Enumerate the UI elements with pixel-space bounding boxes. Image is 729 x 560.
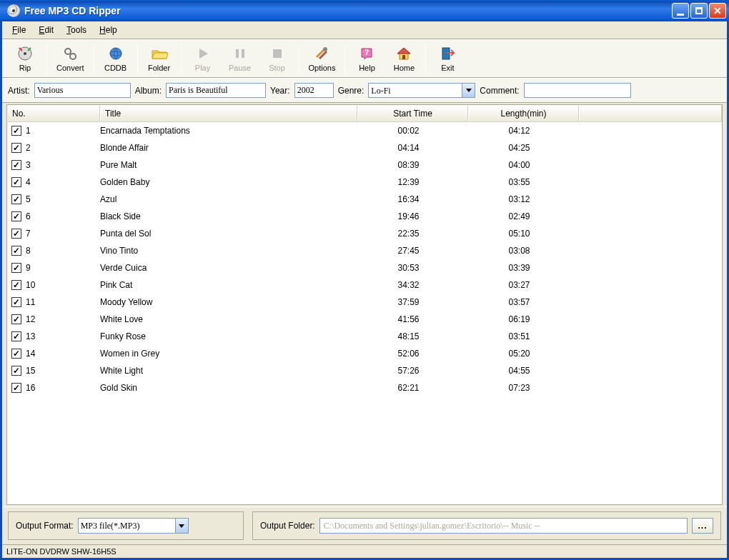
comment-input[interactable] xyxy=(524,83,631,98)
menu-help[interactable]: Help xyxy=(94,24,123,36)
track-start: 04:14 xyxy=(353,143,464,153)
maximize-button[interactable] xyxy=(690,3,708,19)
rip-button[interactable]: Rip xyxy=(6,43,44,74)
track-checkbox[interactable] xyxy=(11,177,21,187)
menu-tools[interactable]: Tools xyxy=(61,24,92,36)
track-checkbox[interactable] xyxy=(11,160,21,170)
rip-label: Rip xyxy=(19,64,31,72)
track-checkbox[interactable] xyxy=(11,349,21,359)
track-title: Pure Malt xyxy=(100,160,353,170)
table-row[interactable]: 15White Light57:2604:55 xyxy=(7,362,722,379)
track-start: 57:26 xyxy=(353,366,464,376)
play-icon xyxy=(194,45,212,62)
help-button[interactable]: ? Help xyxy=(348,43,385,74)
track-checkbox[interactable] xyxy=(11,366,21,376)
track-length: 06:19 xyxy=(464,314,575,324)
table-row[interactable]: 14Women in Grey52:0605:20 xyxy=(7,345,722,362)
output-folder-input[interactable] xyxy=(319,518,688,534)
year-input[interactable] xyxy=(294,83,334,98)
track-start: 30:53 xyxy=(353,263,464,273)
table-row[interactable]: 1Encarnada Temptations00:0204:12 xyxy=(7,122,722,139)
play-button[interactable]: Play xyxy=(184,43,222,74)
track-length: 03:57 xyxy=(464,297,575,307)
exit-button[interactable]: Exit xyxy=(429,43,466,74)
track-checkbox[interactable] xyxy=(11,263,21,273)
output-bar: Output Format: MP3 file(*.MP3) Output Fo… xyxy=(2,506,727,544)
output-format-label: Output Format: xyxy=(16,521,74,531)
table-row[interactable]: 9Verde Cuica30:5303:39 xyxy=(7,259,722,276)
track-checkbox[interactable] xyxy=(11,194,21,204)
track-no: 8 xyxy=(26,246,100,256)
convert-button[interactable]: Convert xyxy=(50,43,91,74)
track-title: Pink Cat xyxy=(100,280,353,290)
home-button[interactable]: Home xyxy=(385,43,422,74)
track-checkbox[interactable] xyxy=(11,229,21,239)
convert-label: Convert xyxy=(56,64,84,72)
col-len[interactable]: Length(min) xyxy=(468,105,579,121)
genre-select[interactable]: Lo-Fi xyxy=(368,83,475,98)
track-checkbox[interactable] xyxy=(11,280,21,290)
table-row[interactable]: 4Golden Baby12:3903:55 xyxy=(7,174,722,191)
svg-rect-8 xyxy=(273,49,282,58)
cddb-button[interactable]: CDDB xyxy=(97,43,134,74)
album-label: Album: xyxy=(135,86,162,96)
track-checkbox[interactable] xyxy=(11,331,21,341)
col-title[interactable]: Title xyxy=(100,105,357,121)
track-checkbox[interactable] xyxy=(11,314,21,324)
stop-label: Stop xyxy=(269,64,285,72)
track-title: Gold Skin xyxy=(100,383,353,393)
col-start[interactable]: Start Time xyxy=(357,105,468,121)
table-row[interactable]: 16Gold Skin62:2107:23 xyxy=(7,379,722,396)
titlebar[interactable]: Free MP3 CD Ripper ✕ xyxy=(0,0,729,21)
table-row[interactable]: 6Black Side19:4602:49 xyxy=(7,208,722,225)
track-checkbox[interactable] xyxy=(11,143,21,153)
track-no: 4 xyxy=(26,177,100,187)
table-row[interactable]: 3Pure Malt08:3904:00 xyxy=(7,156,722,174)
output-format-select[interactable]: MP3 file(*.MP3) xyxy=(78,518,189,534)
svg-point-2 xyxy=(65,49,71,54)
svg-point-9 xyxy=(323,47,327,51)
menu-file[interactable]: File xyxy=(6,24,31,36)
track-title: Black Side xyxy=(100,211,353,221)
stop-button[interactable]: Stop xyxy=(259,43,296,74)
table-row[interactable]: 13Funky Rose48:1503:51 xyxy=(7,328,722,345)
track-title: Punta del Sol xyxy=(100,229,353,239)
table-row[interactable]: 5Azul16:3403:12 xyxy=(7,191,722,208)
rip-icon xyxy=(16,45,34,62)
track-title: White Love xyxy=(100,314,353,324)
window-title: Free MP3 CD Ripper xyxy=(24,5,672,16)
options-button[interactable]: Options xyxy=(302,43,342,74)
table-row[interactable]: 11Moody Yellow37:5903:57 xyxy=(7,294,722,311)
track-checkbox[interactable] xyxy=(11,211,21,221)
track-tbody[interactable]: 1Encarnada Temptations00:0204:122Blonde … xyxy=(7,122,722,504)
track-length: 03:51 xyxy=(464,331,575,341)
table-row[interactable]: 7Punta del Sol22:3505:10 xyxy=(7,225,722,242)
close-button[interactable]: ✕ xyxy=(709,3,726,19)
track-length: 03:39 xyxy=(464,263,575,273)
track-length: 04:55 xyxy=(464,366,575,376)
track-start: 00:02 xyxy=(353,126,464,136)
minimize-button[interactable] xyxy=(672,3,689,19)
track-checkbox[interactable] xyxy=(11,246,21,256)
album-info-bar: Artist: Album: Year: Genre: Lo-Fi Commen… xyxy=(2,78,727,103)
exit-icon xyxy=(439,45,456,62)
table-row[interactable]: 12White Love41:5606:19 xyxy=(7,311,722,328)
folder-button[interactable]: Folder xyxy=(141,43,178,74)
app-icon xyxy=(7,4,20,17)
album-input[interactable] xyxy=(166,83,266,98)
browse-button[interactable]: ... xyxy=(692,518,713,534)
col-no[interactable]: No. xyxy=(7,105,100,121)
track-length: 03:27 xyxy=(464,280,575,290)
help-icon: ? xyxy=(358,45,375,62)
track-title: Vino Tinto xyxy=(100,246,353,256)
track-no: 2 xyxy=(26,143,100,153)
table-row[interactable]: 2Blonde Affair04:1404:25 xyxy=(7,139,722,156)
track-checkbox[interactable] xyxy=(11,126,21,136)
track-checkbox[interactable] xyxy=(11,383,21,393)
menu-edit[interactable]: Edit xyxy=(33,24,59,36)
table-row[interactable]: 8Vino Tinto27:4503:08 xyxy=(7,242,722,259)
track-checkbox[interactable] xyxy=(11,297,21,307)
pause-button[interactable]: Pause xyxy=(222,43,259,74)
artist-input[interactable] xyxy=(34,83,131,98)
table-row[interactable]: 10Pink Cat34:3203:27 xyxy=(7,276,722,294)
